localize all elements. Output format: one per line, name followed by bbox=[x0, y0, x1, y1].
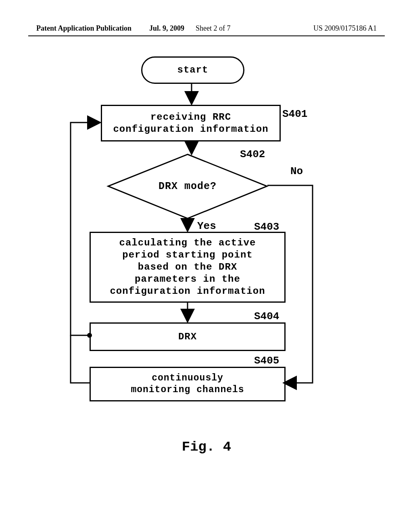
header-rule bbox=[28, 35, 385, 36]
figure-caption: Fig. 4 bbox=[0, 439, 413, 455]
header-pubno: US 2009/0175186 A1 bbox=[313, 24, 377, 33]
svg-point-5 bbox=[87, 333, 92, 338]
flow-arrows bbox=[0, 48, 413, 411]
flowchart: start receiving RRC configuration inform… bbox=[0, 48, 413, 411]
header-pub: Patent Application Publication bbox=[36, 24, 131, 33]
header-date: Jul. 9, 2009 bbox=[149, 24, 184, 33]
header-sheet: Sheet 2 of 7 bbox=[196, 24, 230, 33]
